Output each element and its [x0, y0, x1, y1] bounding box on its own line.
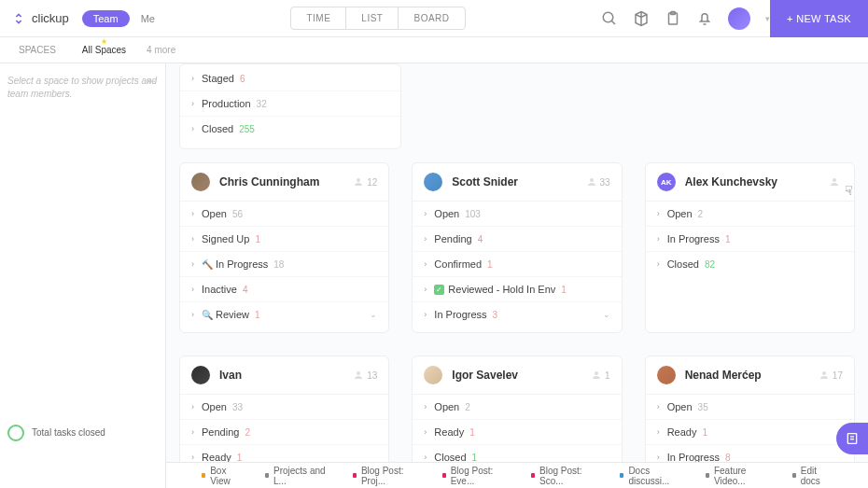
bottom-tab[interactable]: Blog Post: Eve... — [435, 464, 516, 488]
status-row[interactable]: ›Pending4 — [413, 227, 621, 252]
row-label: Open — [667, 401, 693, 412]
clickup-logo-icon — [11, 11, 26, 26]
logo[interactable]: clickup — [11, 11, 69, 26]
expand-icon[interactable]: ⌄ — [370, 310, 377, 319]
dot-icon — [442, 473, 446, 478]
clipboard-icon[interactable] — [665, 10, 681, 27]
row-count: 8 — [725, 453, 731, 463]
svg-point-5 — [590, 178, 594, 182]
dot-icon — [706, 473, 709, 478]
svg-line-1 — [611, 21, 615, 24]
progress-ring-icon — [7, 425, 24, 441]
avatar[interactable]: AK — [657, 173, 676, 191]
team-pill[interactable]: Team — [82, 10, 130, 27]
row-count: 3 — [493, 310, 498, 320]
bottom-bar: Box ViewProjects and L...Blog Post: Proj… — [166, 462, 868, 488]
row-label: Open — [667, 208, 693, 219]
bottom-tab[interactable]: Feature Video... — [698, 464, 777, 488]
status-row[interactable]: ›Open56 — [180, 202, 388, 227]
row-count: 4 — [243, 285, 248, 295]
bottom-tab[interactable]: Blog Post: Proj... — [345, 464, 427, 488]
bottom-tab[interactable]: Docs discussi... — [612, 464, 691, 488]
status-row[interactable]: ›🔍Review1⌄ — [180, 302, 388, 327]
status-row[interactable]: ›Confirmed1 — [413, 252, 621, 277]
status-row[interactable]: ›Open33 — [180, 395, 388, 420]
chevron-right-icon: › — [424, 234, 427, 244]
person-name: Scott Snider — [452, 175, 585, 188]
status-row[interactable]: ›Signed Up1 — [180, 227, 388, 252]
task-count: 12 — [353, 176, 377, 188]
status-row[interactable]: ›Closed82 — [646, 252, 854, 276]
status-row[interactable]: ›✓Reviewed - Hold In Env1 — [413, 277, 621, 302]
person-card: Scott Snider 33 ›Open103›Pending4›Confir… — [412, 162, 622, 333]
avatar[interactable] — [191, 366, 210, 384]
status-row[interactable]: ›In Progress1 — [646, 227, 854, 252]
chevron-right-icon: › — [424, 427, 427, 437]
chevron-right-icon: › — [191, 234, 194, 244]
bottom-tab[interactable]: Blog Post: Sco... — [524, 464, 605, 488]
spaces-tab[interactable]: SPACES — [6, 45, 69, 55]
chevron-right-icon: › — [191, 99, 194, 108]
avatar[interactable] — [657, 366, 676, 384]
status-row[interactable]: ›Open2 — [646, 202, 854, 227]
view-list[interactable]: LIST — [346, 7, 399, 29]
row-label: Ready — [667, 426, 697, 438]
bottom-tab[interactable]: Box View — [194, 464, 250, 488]
person-name: Chris Cunningham — [219, 175, 353, 188]
svg-point-7 — [357, 371, 360, 375]
avatar[interactable] — [424, 366, 442, 384]
chevron-right-icon: › — [191, 310, 194, 319]
chevron-right-icon: › — [191, 427, 194, 437]
svg-point-0 — [603, 12, 613, 22]
avatar[interactable] — [424, 173, 442, 191]
task-count: 13 — [353, 369, 377, 381]
row-count: 56 — [232, 209, 243, 219]
bottom-tab[interactable]: Edit docs — [785, 464, 840, 488]
status-row[interactable]: ›Pending2 — [180, 420, 388, 445]
bottom-tab[interactable]: Projects and L... — [258, 464, 338, 488]
status-row[interactable]: ›Ready1 — [413, 420, 621, 445]
row-label: Reviewed - Hold In Env — [448, 284, 555, 295]
subheader: SPACES ★ All Spaces 4 more — [0, 37, 868, 63]
status-row[interactable]: ›Production32 — [180, 91, 400, 117]
status-row[interactable]: ›Ready1 — [646, 420, 854, 445]
svg-point-9 — [822, 371, 826, 375]
logo-text: clickup — [32, 11, 69, 25]
row-count: 1 — [561, 285, 567, 295]
expand-icon[interactable]: ⌄ — [603, 310, 610, 319]
avatar[interactable] — [191, 173, 210, 191]
chevron-right-icon: › — [191, 209, 194, 218]
task-count: 1 — [591, 369, 610, 381]
status-row[interactable]: ›Open103 — [413, 202, 621, 227]
collapse-icon[interactable]: ⇤ — [147, 75, 156, 88]
view-time[interactable]: TIME — [291, 7, 346, 29]
user-avatar[interactable] — [728, 7, 750, 30]
header-actions: ▾ — [601, 7, 770, 30]
status-row[interactable]: ›Closed255 — [180, 117, 400, 141]
me-link[interactable]: Me — [141, 13, 155, 24]
row-label: Ready — [434, 426, 464, 438]
status-row[interactable]: ›Open2 — [413, 395, 621, 420]
status-row[interactable]: ›In Progress3⌄ — [413, 302, 621, 327]
cube-icon[interactable] — [633, 10, 650, 27]
row-label: Pending — [434, 233, 471, 244]
row-label: In Progress — [434, 309, 486, 320]
view-board[interactable]: BOARD — [399, 7, 464, 29]
all-spaces-tab[interactable]: ★ All Spaces — [69, 45, 139, 55]
status-row[interactable]: ›Open35 — [646, 395, 854, 420]
chevron-right-icon: › — [424, 402, 427, 411]
card-header: Igor Savelev 1 — [413, 356, 621, 395]
card-header: Chris Cunningham 12 — [180, 163, 388, 202]
bell-icon[interactable] — [696, 10, 713, 27]
chevron-right-icon: › — [657, 427, 660, 437]
status-row[interactable]: ›🔨In Progress18 — [180, 252, 388, 277]
status-row[interactable]: ›Inactive4 — [180, 277, 388, 302]
new-task-button[interactable]: + NEW TASK — [770, 0, 868, 37]
row-label: Closed — [202, 123, 233, 134]
fab-button[interactable] — [836, 423, 868, 454]
more-spaces[interactable]: 4 more — [147, 45, 175, 55]
search-icon[interactable] — [601, 10, 618, 27]
chevron-right-icon: › — [191, 124, 194, 133]
status-row[interactable]: ›Staged6 — [180, 66, 400, 91]
row-label: Signed Up — [202, 233, 249, 244]
